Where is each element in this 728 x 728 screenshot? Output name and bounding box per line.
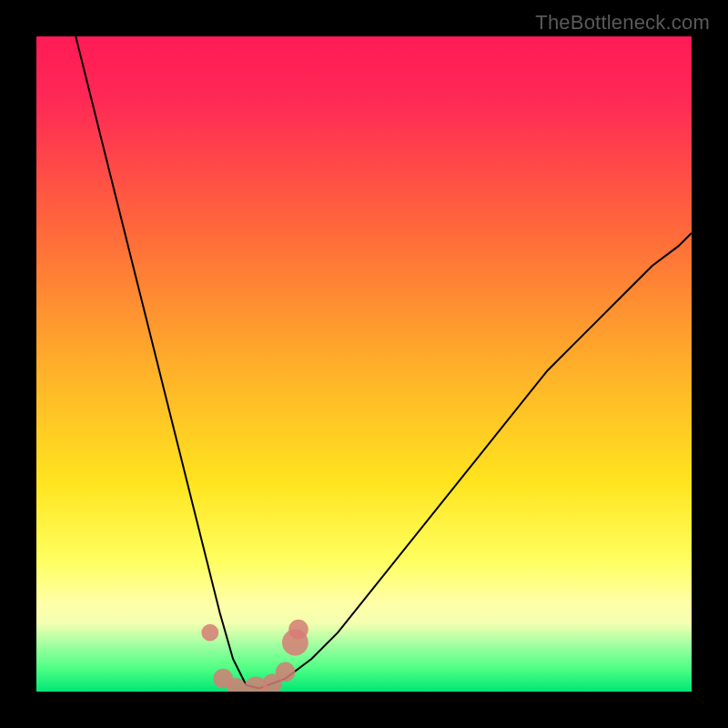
watermark-label: TheBottleneck.com [535,11,710,35]
data-marker [276,662,296,682]
data-marker [288,620,308,640]
plot-area [36,36,692,692]
heat-gradient-background [36,36,692,692]
data-marker [201,624,218,642]
chart-frame: TheBottleneck.com [0,0,728,728]
chart-svg [36,36,692,692]
